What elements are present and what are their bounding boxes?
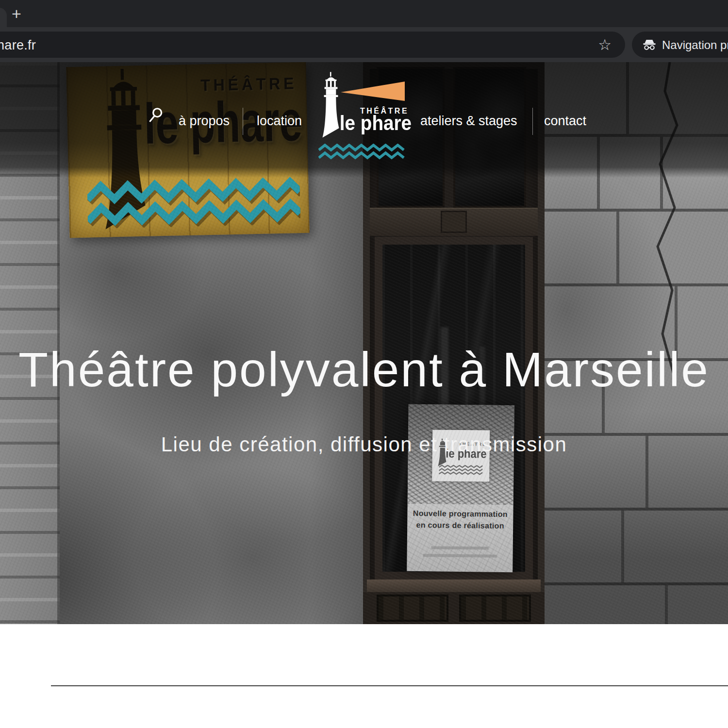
browser-toolbar: hare.fr ☆ Navigation privée xyxy=(0,27,728,62)
site-logo[interactable]: THÉÂTRE le phare xyxy=(313,69,410,166)
nav-item-location[interactable]: location xyxy=(257,114,302,129)
nav-item-ateliers-stages[interactable]: ateliers & stages xyxy=(420,114,517,129)
hero-subtitle: Lieu de création, diffusion et transmiss… xyxy=(0,433,728,456)
logo-beam-icon xyxy=(341,82,405,101)
bookmark-star-icon[interactable]: ☆ xyxy=(598,36,612,54)
search-icon[interactable] xyxy=(149,107,164,123)
nav-item-a-propos[interactable]: à propos xyxy=(179,114,230,129)
nav-divider xyxy=(243,108,243,135)
incognito-badge: Navigation privée xyxy=(632,32,728,58)
nav-item-contact[interactable]: contact xyxy=(544,114,586,129)
incognito-icon xyxy=(642,38,657,51)
section-divider xyxy=(51,685,728,686)
nav-divider xyxy=(532,108,533,135)
url-text: hare.fr xyxy=(0,38,36,53)
incognito-label: Navigation privée xyxy=(662,38,728,52)
hero-title: Théâtre polyvalent à Marseille xyxy=(0,342,728,397)
logo-name: le phare xyxy=(340,112,406,135)
new-tab-button[interactable]: + xyxy=(6,3,27,24)
tab-strip: + xyxy=(0,0,728,27)
address-bar[interactable]: hare.fr ☆ xyxy=(0,32,625,58)
browser-window: + hare.fr ☆ Navigation privée xyxy=(0,0,728,728)
logo-wave-icon xyxy=(318,144,405,160)
content-section xyxy=(0,624,728,728)
hero-section: THÉÂTRE le phare Nouvelle programmation … xyxy=(0,62,728,624)
